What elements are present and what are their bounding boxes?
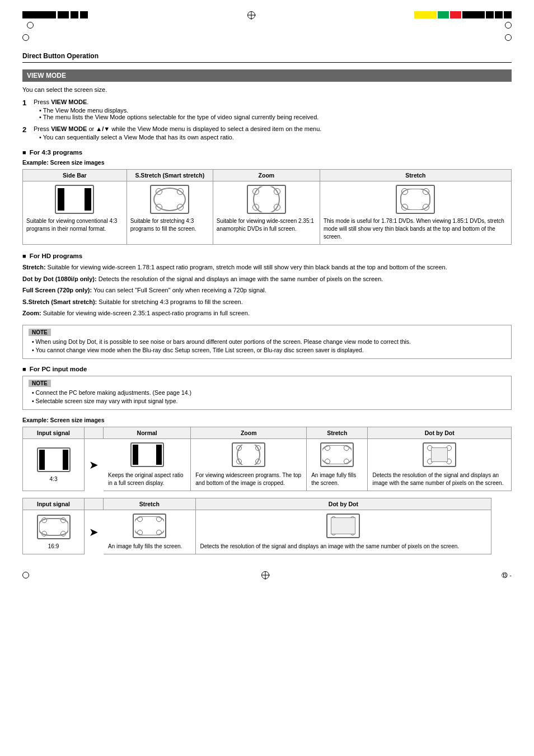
color-strip-red [450,11,461,18]
note-box-1: NOTE When using Dot by Dot, it is possib… [22,325,512,359]
arrow-cell-2: ➤ [85,510,104,554]
step-1-content: Press VIEW MODE. The View Mode menu disp… [34,99,512,122]
footer-page-num: ⑬ - [502,572,512,578]
cell-stretch: This mode is useful for 1.78:1 DVDs. Whe… [320,181,511,245]
example-label-4-3: Example: Screen size images [22,159,512,166]
example-label-pc: Example: Screen size images [22,417,512,423]
empty-cell-1 [491,510,502,554]
tv-zoom [247,185,286,214]
pc-col-signal-2: Input signal [23,498,85,510]
heading-pc: For PC input mode [22,366,512,372]
corner-reg-left [22,34,29,41]
caption-pc-dbd: Detects the resolution of the signal and… [372,472,507,487]
tv-stretch [396,185,435,214]
tv-sm-169 [37,515,71,539]
caption-stretch-16-9: An image fully fills the screen. [108,543,191,550]
cell-sstretch: Suitable for stretching 4:3 programs to … [127,181,213,245]
col-header-zoom: Zoom [213,170,320,181]
arrow-cell-1: ➤ [85,438,104,491]
cell-sidebar: Suitable for viewing conventional 4:3 pr… [23,181,127,245]
note-title-1: NOTE [29,329,51,336]
note-item-1-1: When using Dot by Dot, it is possible to… [32,338,505,345]
col-header-sidebar: Side Bar [23,170,127,181]
color-strip-black2 [486,11,494,18]
step-1-bullet-1: The View Mode menu displays. [39,107,512,114]
tv-sm-stretch-16-9 [133,514,166,538]
footer-page: ⑬ - [502,571,512,580]
pc-stretch-cell: An image fully fills the screen. [307,438,368,491]
heading-hd: For HD programs [22,253,512,259]
reg-mark-left [27,22,34,29]
pc-table-4-3: Input signal Normal Zoom Stretch Dot by … [22,427,512,491]
hd-stretch: Stretch: Suitable for viewing wide-scree… [22,263,512,272]
caption-pc-zoom: For viewing widescreen programs. The top… [195,472,302,487]
hd-dotbydot: Dot by Dot (1080i/p only): Detects the r… [22,274,512,284]
note-box-pc: NOTE Connect the PC before making adjust… [22,376,512,410]
strip-block-1 [22,11,56,18]
signal-label-16-9: 16:9 [27,543,79,549]
pc-signal-16-9: 16:9 [23,510,85,554]
note-item-1-2: You cannot change view mode when the Blu… [32,347,505,353]
pc-col-empty-2 [502,498,512,510]
empty-cell-2 [502,510,512,554]
corner-reg-right [505,34,512,41]
reg-mark-right [505,22,512,29]
caption-dbd-16-9: Detects the resolution of the signal and… [200,543,487,550]
pc-col-dotbydot: Dot by Dot [368,427,512,438]
pc-col-normal: Normal [104,427,191,438]
pc-dotbydot-cell: Detects the resolution of the signal and… [368,438,512,491]
step-2: 2 Press VIEW MODE or ▲/▼ while the View … [22,125,512,142]
tv-sidebar [55,185,94,214]
hd-fullscreen: Full Screen (720p only): You can select … [22,286,512,295]
caption-stretch: This mode is useful for 1.78:1 DVDs. Whe… [324,217,508,241]
pc-col-empty-1 [491,498,502,510]
step-1: 1 Press VIEW MODE. The View Mode menu di… [22,99,512,122]
strip-block-3 [71,11,78,18]
note-pc-item-1: Connect the PC before making adjustments… [32,389,505,396]
cell-zoom: Suitable for viewing wide-screen 2.35:1 … [213,181,320,245]
footer-crosshair [261,571,269,579]
screen-size-table-4-3: Side Bar S.Stretch (Smart stretch) Zoom … [22,169,512,245]
pc-input-section: For PC input mode NOTE Connect the PC be… [22,366,512,554]
step-num-2: 2 [22,125,30,142]
col-header-sstretch: S.Stretch (Smart stretch) [127,170,213,181]
pc-normal-cell: Keeps the original aspect ratio in a ful… [104,438,191,491]
note-list-1: When using Dot by Dot, it is possible to… [32,338,505,353]
tv-sm-dbd [423,442,456,467]
color-strip-yellow [414,11,437,18]
pc-col-stretch: Stretch [307,427,368,438]
tv-sm-dbd-16-9 [326,514,360,538]
caption-pc-normal: Keeps the original aspect ratio in a ful… [108,472,186,487]
pc-col-dbd-2: Dot by Dot [195,498,491,510]
note-title-pc: NOTE [29,380,51,387]
tv-sm-zoom [232,442,265,467]
caption-pc-stretch: An image fully fills the screen. [311,472,363,487]
hd-sstretch: S.Stretch (Smart stretch): Suitable for … [22,297,512,307]
step-1-bullet-2: The menu lists the View Mode options sel… [39,114,512,120]
hd-zoom: Zoom: Suitable for viewing wide-screen 2… [22,309,512,318]
pc-col-zoom: Zoom [191,427,307,438]
signal-label-4-3: 4:3 [27,476,79,482]
col-header-stretch: Stretch [320,170,511,181]
caption-zoom: Suitable for viewing wide-screen 2.35:1 … [217,217,316,233]
heading-4-3: For 4:3 programs [22,149,512,156]
intro-text: You can select the screen size. [22,86,512,93]
pc-dbd-16-9-cell: Detects the resolution of the signal and… [195,510,491,554]
pc-stretch-16-9-cell: An image fully fills the screen. [104,510,196,554]
pc-signal-4-3: 4:3 [23,438,85,491]
strip-block-4 [80,11,88,18]
note-list-pc: Connect the PC before making adjustments… [32,389,505,404]
pc-table-16-9: Input signal Stretch Dot by Dot [22,498,512,554]
pc-zoom-cell: For viewing widescreen programs. The top… [191,438,307,491]
color-strip-green [438,11,449,18]
step-2-content: Press VIEW MODE or ▲/▼ while the View Mo… [34,125,512,142]
pc-col-signal: Input signal [23,427,85,438]
numbered-list: 1 Press VIEW MODE. The View Mode menu di… [22,99,512,142]
color-strip-black4 [504,11,512,18]
step-num-1: 1 [22,99,30,122]
caption-sidebar: Suitable for viewing conventional 4:3 pr… [26,217,123,233]
tv-sm-43 [37,447,71,472]
step-2-bullet-1: You can sequentially select a View Mode … [39,134,512,141]
color-strip-black1 [462,11,485,18]
hd-programs-list: Stretch: Suitable for viewing wide-scree… [22,263,512,318]
